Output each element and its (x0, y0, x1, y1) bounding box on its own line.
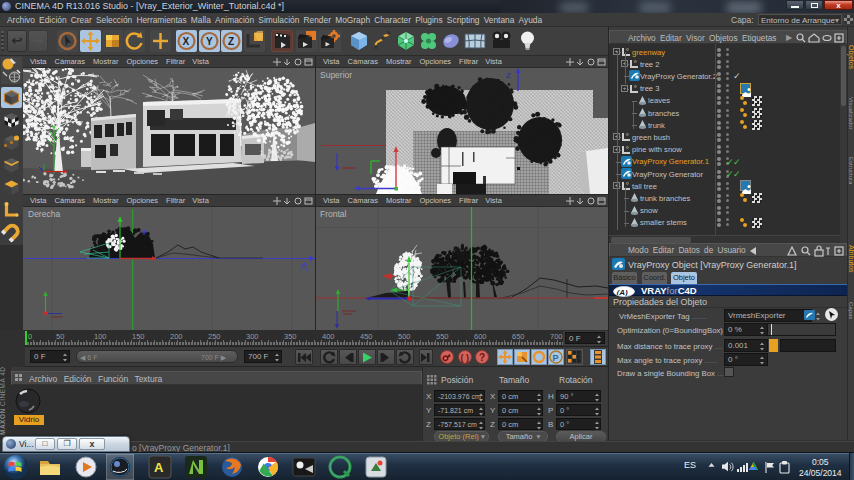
svg-text:º: º (626, 132, 629, 139)
svg-text:º: º (634, 59, 637, 66)
svg-text:X: X (183, 36, 190, 47)
svg-text:º: º (626, 181, 629, 188)
svg-text:P: P (553, 353, 559, 363)
svg-text:?: ? (479, 352, 485, 363)
svg-text:A: A (154, 460, 164, 475)
svg-text:Z: Z (506, 71, 511, 80)
svg-text:( ): ( ) (461, 353, 470, 363)
svg-text:(A): (A) (617, 287, 628, 296)
svg-text:º: º (634, 84, 637, 91)
svg-text:º: º (626, 145, 629, 152)
svg-text:Y: Y (206, 36, 213, 47)
svg-text:Z: Z (228, 36, 234, 47)
svg-text:º: º (626, 47, 629, 54)
